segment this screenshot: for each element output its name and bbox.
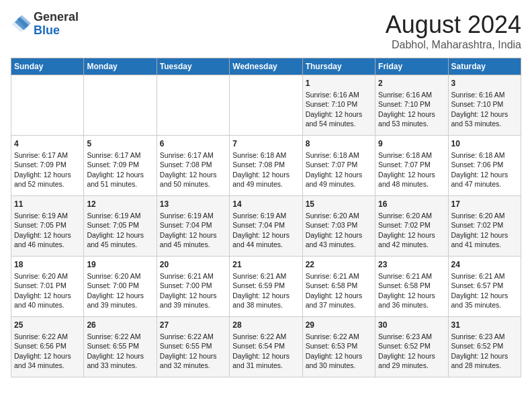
sunrise-text: Sunrise: 6:17 AM bbox=[160, 151, 214, 159]
daylight-text: Daylight: 12 hours and 49 minutes. bbox=[306, 171, 363, 188]
sunset-text: Sunset: 7:05 PM bbox=[87, 221, 139, 229]
day-number: 12 bbox=[87, 199, 153, 210]
day-number: 29 bbox=[306, 320, 372, 330]
sunset-text: Sunset: 7:01 PM bbox=[14, 281, 66, 289]
sunrise-text: Sunrise: 6:19 AM bbox=[14, 212, 68, 220]
page-header: General Blue August 2024 Dabhol, Maharas… bbox=[11, 11, 521, 51]
daylight-text: Daylight: 12 hours and 43 minutes. bbox=[306, 231, 363, 248]
sunrise-text: Sunrise: 6:22 AM bbox=[14, 332, 68, 340]
logo-general: General bbox=[34, 10, 79, 24]
sunrise-text: Sunrise: 6:21 AM bbox=[451, 272, 505, 280]
sunset-text: Sunset: 6:52 PM bbox=[451, 342, 504, 350]
calendar-cell: 6Sunrise: 6:17 AMSunset: 7:08 PMDaylight… bbox=[157, 136, 229, 196]
daylight-text: Daylight: 12 hours and 41 minutes. bbox=[451, 231, 508, 248]
day-number: 4 bbox=[14, 138, 81, 149]
daylight-text: Daylight: 12 hours and 37 minutes. bbox=[306, 291, 363, 309]
calendar-cell: 19Sunrise: 6:20 AMSunset: 7:00 PMDayligh… bbox=[84, 257, 157, 317]
calendar-cell bbox=[11, 75, 84, 136]
sunset-text: Sunset: 7:07 PM bbox=[378, 161, 431, 169]
sunrise-text: Sunrise: 6:23 AM bbox=[451, 332, 505, 340]
calendar-cell: 22Sunrise: 6:21 AMSunset: 6:58 PMDayligh… bbox=[302, 257, 375, 317]
col-header-saturday: Saturday bbox=[448, 58, 521, 75]
calendar-cell: 4Sunrise: 6:17 AMSunset: 7:09 PMDaylight… bbox=[11, 136, 84, 196]
calendar-cell: 16Sunrise: 6:20 AMSunset: 7:02 PMDayligh… bbox=[375, 196, 448, 257]
col-header-sunday: Sunday bbox=[11, 58, 84, 75]
daylight-text: Daylight: 12 hours and 39 minutes. bbox=[160, 291, 217, 309]
col-header-thursday: Thursday bbox=[302, 58, 375, 75]
day-number: 16 bbox=[378, 199, 445, 210]
calendar-cell: 23Sunrise: 6:21 AMSunset: 6:58 PMDayligh… bbox=[375, 257, 448, 317]
daylight-text: Daylight: 12 hours and 30 minutes. bbox=[306, 352, 363, 369]
sunset-text: Sunset: 7:08 PM bbox=[232, 161, 285, 169]
day-number: 13 bbox=[160, 199, 226, 210]
logo-blue: Blue bbox=[34, 24, 60, 37]
week-row-3: 11Sunrise: 6:19 AMSunset: 7:05 PMDayligh… bbox=[11, 196, 521, 257]
day-number: 1 bbox=[306, 78, 372, 89]
calendar-cell: 30Sunrise: 6:23 AMSunset: 6:52 PMDayligh… bbox=[375, 317, 448, 377]
daylight-text: Daylight: 12 hours and 48 minutes. bbox=[378, 171, 435, 188]
day-number: 11 bbox=[14, 199, 81, 210]
col-header-monday: Monday bbox=[84, 58, 157, 75]
calendar-cell bbox=[157, 75, 229, 136]
col-header-tuesday: Tuesday bbox=[157, 58, 229, 75]
daylight-text: Daylight: 12 hours and 53 minutes. bbox=[378, 110, 435, 128]
daylight-text: Daylight: 12 hours and 49 minutes. bbox=[232, 171, 290, 188]
calendar-cell: 1Sunrise: 6:16 AMSunset: 7:10 PMDaylight… bbox=[302, 75, 375, 136]
sunrise-text: Sunrise: 6:20 AM bbox=[378, 212, 432, 220]
sunset-text: Sunset: 6:56 PM bbox=[14, 342, 66, 350]
daylight-text: Daylight: 12 hours and 51 minutes. bbox=[87, 171, 144, 188]
sunset-text: Sunset: 6:54 PM bbox=[232, 342, 285, 350]
day-number: 24 bbox=[451, 259, 518, 270]
day-number: 22 bbox=[306, 259, 372, 270]
daylight-text: Daylight: 12 hours and 45 minutes. bbox=[160, 231, 217, 248]
day-number: 18 bbox=[14, 259, 81, 270]
daylight-text: Daylight: 12 hours and 35 minutes. bbox=[451, 291, 508, 309]
logo: General Blue bbox=[11, 11, 79, 38]
daylight-text: Daylight: 12 hours and 47 minutes. bbox=[451, 171, 508, 188]
daylight-text: Daylight: 12 hours and 33 minutes. bbox=[87, 352, 144, 369]
sunrise-text: Sunrise: 6:22 AM bbox=[87, 332, 140, 340]
day-number: 10 bbox=[451, 138, 518, 149]
sunset-text: Sunset: 7:08 PM bbox=[160, 161, 212, 169]
sunset-text: Sunset: 7:07 PM bbox=[306, 161, 358, 169]
day-number: 19 bbox=[87, 259, 153, 270]
calendar-cell: 8Sunrise: 6:18 AMSunset: 7:07 PMDaylight… bbox=[302, 136, 375, 196]
day-number: 23 bbox=[378, 259, 445, 270]
sunrise-text: Sunrise: 6:18 AM bbox=[306, 151, 359, 159]
sunset-text: Sunset: 6:59 PM bbox=[232, 281, 285, 289]
daylight-text: Daylight: 12 hours and 39 minutes. bbox=[87, 291, 144, 309]
col-header-friday: Friday bbox=[375, 58, 448, 75]
sunset-text: Sunset: 7:04 PM bbox=[160, 221, 212, 229]
sunset-text: Sunset: 6:53 PM bbox=[306, 342, 358, 350]
calendar-cell: 5Sunrise: 6:17 AMSunset: 7:09 PMDaylight… bbox=[84, 136, 157, 196]
sunrise-text: Sunrise: 6:18 AM bbox=[232, 151, 286, 159]
day-number: 7 bbox=[232, 138, 299, 149]
sunrise-text: Sunrise: 6:16 AM bbox=[378, 91, 432, 99]
sunset-text: Sunset: 7:05 PM bbox=[14, 221, 66, 229]
sunset-text: Sunset: 7:10 PM bbox=[451, 100, 504, 108]
location: Dabhol, Maharashtra, India bbox=[386, 39, 521, 51]
sunrise-text: Sunrise: 6:18 AM bbox=[378, 151, 432, 159]
sunset-text: Sunset: 7:00 PM bbox=[160, 281, 212, 289]
sunset-text: Sunset: 7:04 PM bbox=[232, 221, 285, 229]
calendar-cell: 29Sunrise: 6:22 AMSunset: 6:53 PMDayligh… bbox=[302, 317, 375, 377]
day-number: 17 bbox=[451, 199, 518, 210]
calendar-cell: 28Sunrise: 6:22 AMSunset: 6:54 PMDayligh… bbox=[230, 317, 302, 377]
sunset-text: Sunset: 7:06 PM bbox=[451, 161, 504, 169]
title-block: August 2024 Dabhol, Maharashtra, India bbox=[386, 11, 521, 51]
sunset-text: Sunset: 6:58 PM bbox=[306, 281, 358, 289]
day-number: 9 bbox=[378, 138, 445, 149]
sunrise-text: Sunrise: 6:17 AM bbox=[14, 151, 68, 159]
daylight-text: Daylight: 12 hours and 50 minutes. bbox=[160, 171, 217, 188]
daylight-text: Daylight: 12 hours and 53 minutes. bbox=[451, 110, 508, 128]
sunset-text: Sunset: 6:57 PM bbox=[451, 281, 504, 289]
sunrise-text: Sunrise: 6:22 AM bbox=[160, 332, 214, 340]
calendar-cell: 31Sunrise: 6:23 AMSunset: 6:52 PMDayligh… bbox=[448, 317, 521, 377]
daylight-text: Daylight: 12 hours and 29 minutes. bbox=[378, 352, 435, 369]
calendar-cell: 26Sunrise: 6:22 AMSunset: 6:55 PMDayligh… bbox=[84, 317, 157, 377]
week-row-1: 1Sunrise: 6:16 AMSunset: 7:10 PMDaylight… bbox=[11, 75, 521, 136]
calendar-cell: 10Sunrise: 6:18 AMSunset: 7:06 PMDayligh… bbox=[448, 136, 521, 196]
daylight-text: Daylight: 12 hours and 44 minutes. bbox=[232, 231, 290, 248]
calendar-cell: 3Sunrise: 6:16 AMSunset: 7:10 PMDaylight… bbox=[448, 75, 521, 136]
calendar-cell: 17Sunrise: 6:20 AMSunset: 7:02 PMDayligh… bbox=[448, 196, 521, 257]
